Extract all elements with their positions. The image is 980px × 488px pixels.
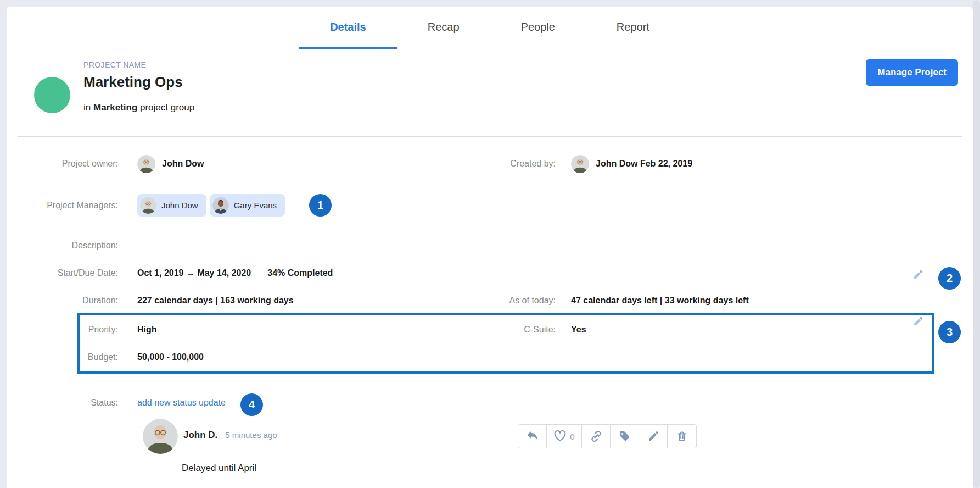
created-by-avatar — [571, 155, 589, 173]
manager-avatar-john — [140, 197, 156, 214]
project-name-eyebrow: PROJECT NAME — [83, 60, 146, 69]
dates-row: Start/Due Date: Oct 1, 2019 → May 14, 20… — [7, 265, 962, 281]
tab-people[interactable]: People — [490, 7, 586, 48]
comment-header: John D. 5 minutes ago — [183, 430, 277, 441]
managers-label: Project Managers: — [7, 201, 118, 210]
like-heart-icon — [553, 430, 567, 443]
manager-chip-john[interactable]: John Dow — [137, 194, 206, 217]
reply-button[interactable] — [518, 425, 547, 448]
duration-row: Duration: 227 calendar days | 163 workin… — [7, 292, 962, 309]
page-title: Marketing Ops — [83, 74, 183, 91]
comment-author[interactable]: John D. — [183, 430, 217, 441]
edit-pencil-icon — [647, 430, 660, 443]
project-card: Details Recap People Report PROJECT NAME… — [7, 7, 973, 488]
manager-avatar-gary — [212, 197, 229, 214]
tab-bar: Details Recap People Report — [7, 7, 973, 48]
project-group-subtitle: in Marketing project group — [83, 102, 194, 113]
owner-label: Project owner: — [7, 159, 118, 169]
project-details-page: Details Recap People Report PROJECT NAME… — [0, 0, 980, 488]
like-count: 0 — [570, 432, 574, 441]
like-button[interactable]: 0 — [547, 425, 582, 448]
csuite-value: Yes — [571, 325, 586, 335]
project-color-avatar — [34, 77, 70, 113]
manage-project-button[interactable]: Manage Project — [866, 59, 958, 86]
tab-report[interactable]: Report — [586, 7, 680, 48]
manager-name: John Dow — [161, 201, 198, 210]
duration-value: 227 calendar days | 163 working days — [137, 296, 294, 306]
comment-message: Delayed until April — [182, 463, 256, 474]
status-label: Status: — [7, 398, 118, 408]
as-of-today-label: As of today: — [490, 296, 556, 306]
subtitle-prefix: in — [83, 102, 93, 113]
callout-badge-3: 3 — [938, 321, 961, 343]
manager-name: Gary Evans — [234, 201, 277, 210]
description-row: Description: — [7, 237, 962, 254]
as-of-today-value: 47 calendar days left | 33 working days … — [571, 296, 749, 306]
csuite-label: C-Suite: — [490, 325, 556, 335]
description-label: Description: — [7, 241, 118, 251]
delete-comment-button[interactable] — [668, 425, 696, 448]
project-group-name: Marketing — [93, 102, 137, 113]
subtitle-suffix: project group — [137, 102, 194, 113]
callout-badge-1: 1 — [309, 194, 332, 217]
dates-label: Start/Due Date: — [7, 268, 118, 278]
comment-timestamp: 5 minutes ago — [225, 430, 277, 440]
budget-label: Budget: — [7, 352, 118, 362]
edit-dates-pencil-icon[interactable] — [912, 268, 925, 280]
tab-recap[interactable]: Recap — [397, 7, 490, 48]
edit-comment-button[interactable] — [639, 425, 668, 448]
managers-row: Project Managers: John Dow Gary Evans — [7, 194, 962, 217]
tag-button[interactable] — [611, 425, 639, 448]
budget-row: Budget: 50,000 - 100,000 — [7, 349, 962, 365]
comment-author-avatar — [143, 419, 178, 454]
link-icon — [590, 430, 603, 443]
budget-value: 50,000 - 100,000 — [137, 352, 204, 362]
permalink-button[interactable] — [582, 425, 611, 448]
priority-row: Priority: High C-Suite: Yes — [7, 321, 962, 338]
callout-badge-2: 2 — [938, 267, 961, 290]
priority-label: Priority: — [7, 325, 118, 335]
priority-value: High — [137, 325, 157, 335]
owner-avatar — [137, 155, 155, 173]
header-divider — [18, 136, 962, 137]
manager-chips: John Dow Gary Evans — [137, 194, 285, 217]
duration-label: Duration: — [7, 296, 118, 306]
comment-toolbar: 0 — [518, 424, 697, 448]
edit-custom-fields-pencil-icon[interactable] — [912, 315, 925, 327]
status-row: Status: add new status update — [7, 395, 962, 411]
manager-chip-gary[interactable]: Gary Evans — [210, 194, 285, 217]
vertical-scrollbar[interactable] — [973, 0, 980, 488]
add-status-update-link[interactable]: add new status update — [137, 398, 226, 408]
reply-icon — [526, 430, 539, 443]
tag-icon — [618, 430, 631, 443]
created-by-value: John Dow Feb 22, 2019 — [596, 159, 692, 169]
tab-details[interactable]: Details — [299, 7, 397, 48]
owner-name: John Dow — [162, 159, 204, 169]
created-by-label: Created by: — [490, 159, 556, 169]
delete-trash-icon — [675, 430, 688, 443]
dates-value: Oct 1, 2019 → May 14, 2020 — [137, 268, 251, 278]
owner-row: Project owner: John Dow Created by: — [7, 154, 962, 173]
completed-value: 34% Completed — [267, 268, 333, 278]
